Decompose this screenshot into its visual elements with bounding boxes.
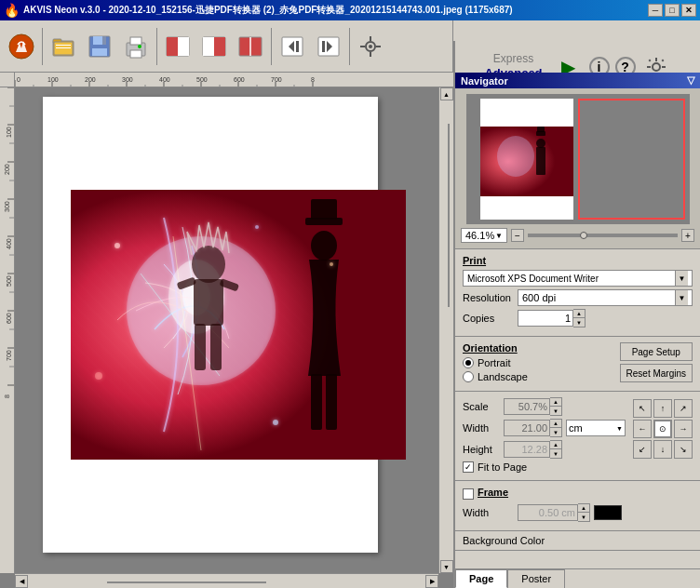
zoom-minus-button[interactable]: − <box>511 229 524 242</box>
arrow-tr[interactable]: ↗ <box>674 399 693 418</box>
height-arrows: ▲ ▼ <box>550 440 562 459</box>
print-arrows: ↖ ↑ ↗ ← ⊙ → ↙ ↓ ↘ <box>633 399 693 459</box>
unit-combo[interactable]: cm ▼ <box>566 420 626 436</box>
svg-point-109 <box>114 243 120 248</box>
page-setup-button[interactable]: Page Setup <box>620 342 693 361</box>
svg-text:100: 100 <box>6 127 12 138</box>
frame-section-title: Frame <box>478 487 508 498</box>
express-mode[interactable]: Express <box>493 53 533 65</box>
open-button[interactable] <box>46 24 81 69</box>
scale-up[interactable]: ▲ <box>550 398 561 407</box>
page-white <box>43 97 378 553</box>
svg-rect-9 <box>92 48 107 56</box>
scroll-left-arrow[interactable]: ◀ <box>15 575 28 588</box>
portrait-row: Portrait <box>463 357 612 368</box>
scroll-up-arrow[interactable]: ▲ <box>440 87 453 100</box>
arrow-br[interactable]: ↘ <box>674 440 693 459</box>
title-text: AKVIS Neon v.3.0 - 2020-12-10_152156-迅捷P… <box>23 4 513 17</box>
frame-width-arrows: ▲ ▼ <box>578 503 590 522</box>
fit-checkbox[interactable] <box>463 461 474 473</box>
minimize-button[interactable]: ─ <box>648 4 663 17</box>
scale-input[interactable] <box>504 398 550 415</box>
save-button[interactable] <box>82 24 117 69</box>
arrow-tc[interactable]: ↑ <box>653 399 672 418</box>
nav-right-button[interactable] <box>311 24 346 69</box>
arrow-tl[interactable]: ↖ <box>633 399 652 418</box>
landscape-radio[interactable] <box>463 371 474 382</box>
copies-up[interactable]: ▲ <box>573 310 585 318</box>
copies-down[interactable]: ▼ <box>573 318 585 327</box>
before-button[interactable] <box>160 24 195 69</box>
frame-section: Frame Width ▲ ▼ <box>455 481 700 531</box>
landscape-label: Landscape <box>478 371 528 382</box>
zoom-dropdown-arrow[interactable]: ▼ <box>495 232 503 240</box>
printer-row: Microsoft XPS Document Writer ▼ <box>463 270 693 287</box>
svg-point-0 <box>9 34 34 59</box>
after-button[interactable] <box>196 24 232 69</box>
frame-width-up[interactable]: ▲ <box>578 504 589 513</box>
frame-width-down[interactable]: ▼ <box>578 513 589 521</box>
tab-page[interactable]: Page <box>455 569 507 588</box>
width-up[interactable]: ▲ <box>550 420 561 428</box>
zoom-slider[interactable] <box>528 234 678 237</box>
tab-poster[interactable]: Poster <box>507 569 565 588</box>
frame-checkbox[interactable] <box>463 488 474 500</box>
frame-width-input[interactable] <box>518 504 578 521</box>
svg-text:0: 0 <box>17 76 20 83</box>
right-panel: Navigator ▽ <box>453 73 700 588</box>
maximize-button[interactable]: □ <box>665 4 680 17</box>
printer-combo-arrow[interactable]: ▼ <box>675 271 688 286</box>
svg-rect-16 <box>178 37 189 56</box>
width-down[interactable]: ▼ <box>550 428 561 436</box>
close-button[interactable]: ✕ <box>681 4 696 17</box>
width-spinner: ▲ ▼ <box>504 419 562 437</box>
scale-row: Scale ▲ ▼ <box>463 397 626 416</box>
unit-combo-arrow[interactable]: ▼ <box>616 425 623 432</box>
canvas-area[interactable]: 0 100 200 300 400 500 600 700 8 <box>0 73 453 588</box>
print-button[interactable] <box>118 24 154 69</box>
titlebar: 🔥 AKVIS Neon v.3.0 - 2020-12-10_152156-迅… <box>0 0 700 20</box>
svg-point-111 <box>95 372 102 380</box>
frame-width-spinner: ▲ ▼ <box>518 503 590 522</box>
wolf-logo-button[interactable] <box>4 24 39 69</box>
toolbar-sep-1 <box>42 28 43 65</box>
reset-margins-button[interactable]: Reset Margins <box>620 364 693 382</box>
scale-down[interactable]: ▼ <box>550 407 561 415</box>
frame-color-box[interactable] <box>594 505 622 520</box>
resolution-combo-arrow[interactable]: ▼ <box>675 290 688 305</box>
arrow-center[interactable]: ⊙ <box>653 420 672 438</box>
nav-left-button[interactable] <box>275 24 310 69</box>
scroll-down-arrow[interactable]: ▼ <box>440 560 453 573</box>
svg-rect-68 <box>0 87 15 573</box>
copies-row: Copies 1 ▲ ▼ <box>463 309 693 327</box>
portrait-radio[interactable] <box>463 357 474 368</box>
height-input[interactable] <box>504 441 550 458</box>
arrow-mr[interactable]: → <box>674 420 693 438</box>
titlebar-controls: ─ □ ✕ <box>648 4 696 17</box>
height-up[interactable]: ▲ <box>550 441 561 449</box>
horizontal-scrollbar[interactable]: ◀ ▶ <box>15 573 438 588</box>
width-input[interactable] <box>504 420 550 436</box>
nav-viewport-box[interactable] <box>578 99 685 220</box>
svg-rect-119 <box>536 147 545 175</box>
arrow-bl[interactable]: ↙ <box>633 440 652 459</box>
fit-row: Fit to Page <box>463 461 626 473</box>
svg-rect-103 <box>210 324 222 370</box>
copies-input[interactable]: 1 <box>518 310 573 327</box>
height-spinner: ▲ ▼ <box>504 440 562 459</box>
height-down[interactable]: ▼ <box>550 449 561 458</box>
arrow-ml[interactable]: ← <box>633 420 652 438</box>
arrow-bc[interactable]: ↓ <box>653 440 672 459</box>
compare-button[interactable] <box>233 24 268 69</box>
scroll-right-arrow[interactable]: ▶ <box>425 575 438 588</box>
printer-combo[interactable]: Microsoft XPS Document Writer ▼ <box>463 270 693 287</box>
nav-zoom-value[interactable]: 46.1% ▼ <box>461 228 507 243</box>
svg-rect-108 <box>326 374 337 430</box>
resolution-combo[interactable]: 600 dpi ▼ <box>518 289 693 306</box>
options-button[interactable] <box>353 24 388 69</box>
navigator-collapse-icon[interactable]: ▽ <box>687 74 694 87</box>
zoom-plus-button[interactable]: + <box>681 229 694 242</box>
vertical-scrollbar[interactable]: ▲ ▼ <box>438 87 453 573</box>
svg-point-113 <box>330 262 333 266</box>
svg-rect-12 <box>130 50 141 58</box>
